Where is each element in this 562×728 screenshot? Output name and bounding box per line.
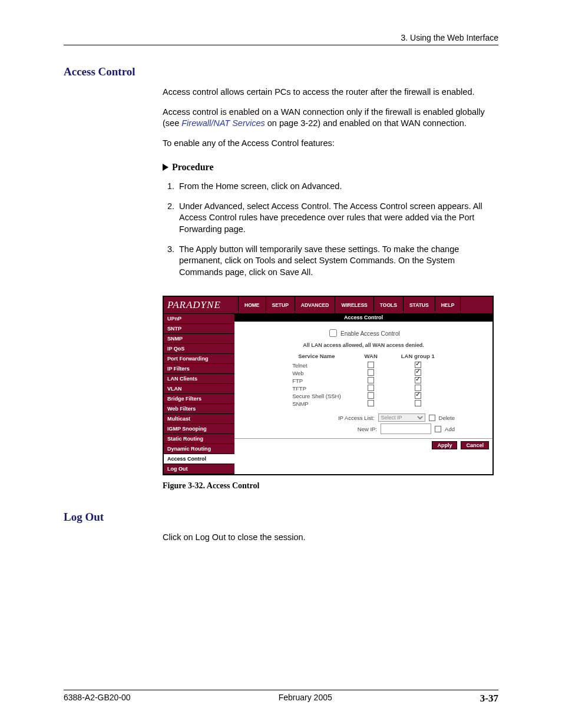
nav-tab-status[interactable]: STATUS <box>403 297 435 313</box>
chapter-breadcrumb: 3. Using the Web Interface <box>64 33 498 45</box>
sidebar-item-lan-clients[interactable]: LAN Clients <box>164 373 234 383</box>
add-label: Add <box>445 426 455 432</box>
table-row: Telnet <box>280 362 447 369</box>
service-name: SNMP <box>280 400 352 408</box>
step: The Apply button will temporarily save t… <box>177 244 498 279</box>
nav-tab-help[interactable]: HELP <box>435 297 461 313</box>
step: Under Advanced, select Access Control. T… <box>177 201 498 236</box>
service-name: Web <box>280 369 352 377</box>
enable-access-control-label: Enable Access Control <box>340 330 400 337</box>
nav-tab-advanced[interactable]: ADVANCED <box>295 297 335 313</box>
doc-id: 6388-A2-GB20-00 <box>64 693 131 704</box>
sidebar-item-log-out[interactable]: Log Out <box>164 464 234 474</box>
paragraph: To enable any of the Access Control feat… <box>163 138 498 150</box>
table-row: FTP <box>280 377 447 385</box>
wan-checkbox[interactable] <box>368 377 374 383</box>
service-access-table: Service Name WAN LAN group 1 Telnet Web … <box>280 353 447 408</box>
lan-checkbox[interactable] <box>415 377 421 383</box>
lan-checkbox[interactable] <box>415 400 421 406</box>
ip-access-list-label: IP Access List: <box>322 415 375 421</box>
procedure-label: Procedure <box>172 162 214 172</box>
sidebar-item-multicast[interactable]: Multicast <box>164 413 234 423</box>
paragraph: Access control is enabled on a WAN conne… <box>163 107 498 130</box>
wan-checkbox[interactable] <box>368 369 374 376</box>
page-number: 3-37 <box>480 693 498 704</box>
doc-date: February 2005 <box>279 693 332 704</box>
nav-tab-wireless[interactable]: WIRELESS <box>335 297 373 313</box>
table-row: TFTP <box>280 385 447 392</box>
sidebar-item-ip-filters[interactable]: IP Filters <box>164 363 234 373</box>
service-name: Secure Shell (SSH) <box>280 392 352 400</box>
nav-tab-setup[interactable]: SETUP <box>266 297 295 313</box>
brand-logo: PARADYNE <box>164 299 238 311</box>
sidebar-item-sntp[interactable]: SNTP <box>164 323 234 333</box>
sidebar-item-web-filters[interactable]: Web Filters <box>164 403 234 413</box>
service-name: Telnet <box>280 362 352 369</box>
col-service-name: Service Name <box>280 353 352 362</box>
section-heading-access-control: Access Control <box>64 65 498 78</box>
sidebar-item-vlan[interactable]: VLAN <box>164 383 234 393</box>
wan-checkbox[interactable] <box>368 392 374 399</box>
table-row: SNMP <box>280 400 447 408</box>
add-checkbox[interactable] <box>435 426 441 432</box>
table-row: Secure Shell (SSH) <box>280 392 447 400</box>
service-name: TFTP <box>280 385 352 392</box>
paragraph: Access control allows certain PCs to acc… <box>163 87 498 98</box>
col-wan: WAN <box>353 353 389 362</box>
new-ip-label: New IP: <box>324 426 377 432</box>
sidebar-item-dynamic-routing[interactable]: Dynamic Routing <box>164 444 234 454</box>
sidebar-item-snmp[interactable]: SNMP <box>164 333 234 343</box>
figure-caption: Figure 3-32. Access Control <box>163 481 498 491</box>
arrow-right-icon <box>163 164 168 171</box>
section-heading-log-out: Log Out <box>64 511 498 524</box>
step: From the Home screen, click on Advanced. <box>177 181 498 193</box>
crossref-link[interactable]: Firewall/NAT Services <box>181 118 265 128</box>
paragraph: Click on Log Out to close the session. <box>163 532 498 544</box>
sidebar-item-ipqos[interactable]: IP QoS <box>164 343 234 353</box>
sidebar-nav: UPnP SNTP SNMP IP QoS Port Forwarding IP… <box>164 313 234 474</box>
ip-access-list-select[interactable]: Select IP <box>378 413 425 422</box>
sidebar-item-access-control[interactable]: Access Control <box>164 454 234 464</box>
delete-label: Delete <box>439 415 455 421</box>
top-nav-tabs: HOME SETUP ADVANCED WIRELESS TOOLS STATU… <box>238 297 492 313</box>
table-row: Web <box>280 369 447 377</box>
service-name: FTP <box>280 377 352 385</box>
figure-screenshot: PARADYNE HOME SETUP ADVANCED WIRELESS TO… <box>163 296 494 475</box>
sidebar-item-port-forwarding[interactable]: Port Forwarding <box>164 353 234 363</box>
text: on page 3-22) and enabled on that WAN co… <box>265 118 467 128</box>
delete-checkbox[interactable] <box>429 415 435 421</box>
page-footer: 6388-A2-GB20-00 February 2005 3-37 <box>64 690 498 704</box>
sidebar-item-static-routing[interactable]: Static Routing <box>164 434 234 444</box>
nav-tab-tools[interactable]: TOOLS <box>373 297 403 313</box>
sidebar-item-igmp-snooping[interactable]: IGMP Snooping <box>164 423 234 434</box>
nav-tab-home[interactable]: HOME <box>238 297 266 313</box>
procedure-heading: Procedure <box>163 162 498 173</box>
wan-checkbox[interactable] <box>368 400 374 406</box>
procedure-steps: From the Home screen, click on Advanced.… <box>163 181 498 278</box>
sidebar-item-bridge-filters[interactable]: Bridge Filters <box>164 393 234 403</box>
new-ip-input[interactable] <box>381 423 431 434</box>
cancel-button[interactable]: Cancel <box>461 441 489 449</box>
lan-checkbox[interactable] <box>415 392 421 399</box>
apply-button[interactable]: Apply <box>432 441 457 449</box>
sidebar-item-upnp[interactable]: UPnP <box>164 313 234 323</box>
wan-checkbox[interactable] <box>368 362 374 368</box>
panel-title: Access Control <box>234 313 492 322</box>
enable-access-control-checkbox[interactable] <box>329 329 337 337</box>
access-status-message: All LAN access allowed, all WAN access d… <box>239 342 488 348</box>
wan-checkbox[interactable] <box>368 385 374 391</box>
